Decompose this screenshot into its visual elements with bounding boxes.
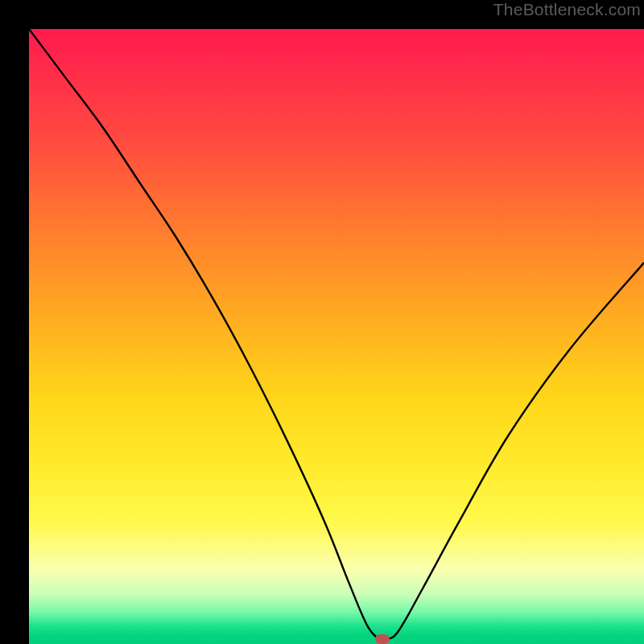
bottleneck-curve xyxy=(29,29,644,644)
chart-plot-area xyxy=(29,29,644,644)
watermark-text: TheBottleneck.com xyxy=(493,0,641,19)
chart-frame xyxy=(0,0,644,644)
optimal-point-marker xyxy=(375,634,390,644)
